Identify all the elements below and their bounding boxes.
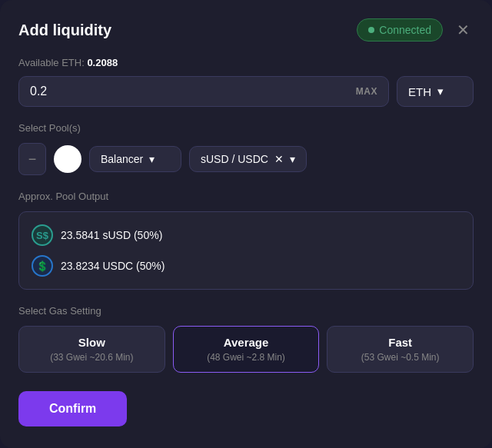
gas-slow-detail: (33 Gwei ~20.6 Min) bbox=[27, 352, 157, 363]
connected-label: Connected bbox=[379, 24, 431, 36]
eth-input-wrapper: MAX bbox=[18, 76, 389, 107]
pair-name: sUSD / USDC bbox=[201, 153, 268, 165]
gas-fast-detail: (53 Gwei ~0.5 Min) bbox=[335, 352, 465, 363]
susd-output-value: 23.5841 sUSD (50%) bbox=[61, 229, 162, 241]
eth-input[interactable] bbox=[30, 85, 91, 98]
gas-option-fast[interactable]: Fast (53 Gwei ~0.5 Min) bbox=[327, 326, 474, 373]
available-eth-label: Available ETH: 0.2088 bbox=[18, 57, 474, 68]
gas-option-slow[interactable]: Slow (33 Gwei ~20.6 Min) bbox=[18, 326, 165, 373]
pair-selector[interactable]: sUSD / USDC ✕ ▾ bbox=[189, 146, 307, 172]
token-selector[interactable]: ETH ▾ bbox=[397, 76, 474, 107]
gas-slow-name: Slow bbox=[27, 336, 157, 349]
remove-pool-button[interactable]: − bbox=[18, 143, 46, 175]
confirm-button[interactable]: Confirm bbox=[18, 391, 127, 426]
output-item-usdc: 💲 23.8234 USDC (50%) bbox=[32, 255, 460, 277]
gas-average-detail: (48 Gwei ~2.8 Min) bbox=[181, 352, 311, 363]
max-button[interactable]: MAX bbox=[356, 86, 377, 97]
modal-header: Add liquidity Connected ✕ bbox=[18, 18, 474, 41]
gas-section-label: Select Gas Setting bbox=[18, 305, 474, 317]
eth-input-row: MAX ETH ▾ bbox=[18, 76, 474, 107]
usdc-output-value: 23.8234 USDC (50%) bbox=[61, 260, 165, 272]
connected-badge: Connected bbox=[357, 18, 443, 41]
modal-title: Add liquidity bbox=[18, 22, 111, 39]
pool-name: Balancer bbox=[101, 153, 143, 165]
balancer-icon: ⚖ bbox=[54, 145, 81, 173]
gas-fast-name: Fast bbox=[335, 336, 465, 349]
output-box: S$ 23.5841 sUSD (50%) 💲 23.8234 USDC (50… bbox=[18, 211, 474, 290]
usdc-icon: 💲 bbox=[32, 255, 53, 277]
add-liquidity-modal: Add liquidity Connected ✕ Available ETH:… bbox=[0, 0, 492, 448]
header-right: Connected ✕ bbox=[357, 18, 474, 41]
pair-chevron-icon: ▾ bbox=[290, 153, 295, 165]
pool-chevron-icon: ▾ bbox=[149, 153, 155, 165]
chevron-down-icon: ▾ bbox=[437, 85, 444, 98]
pool-section-label: Select Pool(s) bbox=[18, 122, 474, 134]
pool-selector[interactable]: Balancer ▾ bbox=[89, 146, 181, 172]
token-label: ETH bbox=[408, 85, 431, 98]
output-item-susd: S$ 23.5841 sUSD (50%) bbox=[32, 224, 460, 246]
pair-remove-icon[interactable]: ✕ bbox=[274, 153, 284, 165]
connected-dot-icon bbox=[368, 27, 374, 33]
gas-average-name: Average bbox=[181, 336, 311, 349]
gas-options: Slow (33 Gwei ~20.6 Min) Average (48 Gwe… bbox=[18, 326, 474, 373]
gas-option-average[interactable]: Average (48 Gwei ~2.8 Min) bbox=[173, 326, 320, 373]
pool-row: − ⚖ Balancer ▾ sUSD / USDC ✕ ▾ bbox=[18, 143, 474, 175]
close-button[interactable]: ✕ bbox=[452, 19, 474, 41]
available-eth-value: 0.2088 bbox=[87, 57, 118, 68]
output-section-label: Approx. Pool Output bbox=[18, 191, 474, 202]
susd-icon: S$ bbox=[32, 224, 53, 246]
